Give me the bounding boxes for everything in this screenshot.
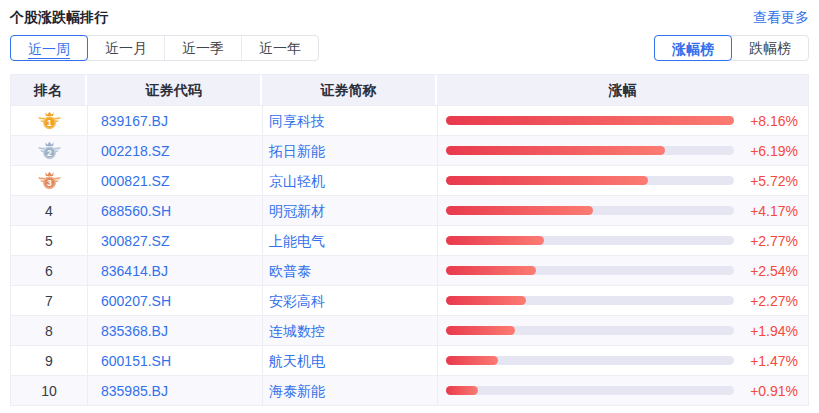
stock-name[interactable]: 京山轻机 bbox=[262, 166, 437, 195]
change-bar-fill bbox=[446, 236, 544, 245]
change-bar-fill bbox=[446, 326, 515, 335]
header-change: 涨幅 bbox=[437, 75, 808, 105]
stock-code[interactable]: 836414.BJ bbox=[87, 256, 262, 285]
stock-name[interactable]: 海泰新能 bbox=[262, 376, 437, 405]
change-bar-track bbox=[446, 206, 734, 215]
change-bar-fill bbox=[446, 146, 665, 155]
tab-period-quarter[interactable]: 近一季 bbox=[164, 36, 241, 60]
header-rank: 排名 bbox=[11, 75, 87, 105]
rank-number: 7 bbox=[45, 293, 53, 309]
rank-number: 10 bbox=[41, 383, 57, 399]
period-tab-group: 近一周 近一月 近一季 近一年 bbox=[10, 35, 319, 61]
rank-medal-icon: 1 bbox=[37, 111, 62, 131]
ranking-widget: 个股涨跌幅排行 查看更多 近一周 近一月 近一季 近一年 涨幅榜 跌幅榜 排名 … bbox=[0, 0, 819, 406]
change-percent: +2.54% bbox=[736, 256, 798, 285]
change-bar-track bbox=[446, 296, 734, 305]
rank-number: 8 bbox=[45, 323, 53, 339]
change-bar-track bbox=[446, 386, 734, 395]
change-bar-track bbox=[446, 356, 734, 365]
stock-code[interactable]: 600207.SH bbox=[87, 286, 262, 315]
tab-period-month[interactable]: 近一月 bbox=[87, 36, 164, 60]
svg-text:2: 2 bbox=[47, 148, 52, 158]
table-row[interactable]: 3 000821.SZ 京山轻机 +5.72% bbox=[11, 165, 808, 195]
svg-text:3: 3 bbox=[47, 178, 52, 188]
stock-code[interactable]: 002218.SZ bbox=[87, 136, 262, 165]
stock-name[interactable]: 明冠新材 bbox=[262, 196, 437, 225]
stock-name[interactable]: 拓日新能 bbox=[262, 136, 437, 165]
table-row[interactable]: 6 836414.BJ 欧普泰 +2.54% bbox=[11, 255, 808, 285]
page-title: 个股涨跌幅排行 bbox=[10, 9, 108, 27]
change-bar-fill bbox=[446, 386, 478, 395]
change-percent: +5.72% bbox=[736, 166, 798, 195]
rank-number: 6 bbox=[45, 263, 53, 279]
tab-period-week[interactable]: 近一周 bbox=[10, 35, 88, 61]
change-percent: +2.77% bbox=[736, 226, 798, 255]
change-bar-fill bbox=[446, 116, 734, 125]
table-row[interactable]: 4 688560.SH 明冠新材 +4.17% bbox=[11, 195, 808, 225]
change-bar-fill bbox=[446, 296, 526, 305]
change-bar-track bbox=[446, 146, 734, 155]
rank-number: 9 bbox=[45, 353, 53, 369]
stock-name[interactable]: 上能电气 bbox=[262, 226, 437, 255]
table-row[interactable]: 1 839167.BJ 同享科技 +8.16% bbox=[11, 105, 808, 135]
header-name: 证券简称 bbox=[262, 75, 437, 105]
stock-name[interactable]: 航天机电 bbox=[262, 346, 437, 375]
table-row[interactable]: 5 300827.SZ 上能电气 +2.77% bbox=[11, 225, 808, 255]
table-body: 1 839167.BJ 同享科技 +8.16% 2 002218.SZ 拓日新能 bbox=[11, 105, 808, 405]
stock-code[interactable]: 839167.BJ bbox=[87, 106, 262, 135]
header-code: 证券代码 bbox=[87, 75, 262, 105]
stock-code[interactable]: 688560.SH bbox=[87, 196, 262, 225]
stock-name[interactable]: 同享科技 bbox=[262, 106, 437, 135]
tab-period-year[interactable]: 近一年 bbox=[241, 36, 318, 60]
change-bar-track bbox=[446, 236, 734, 245]
change-bar-fill bbox=[446, 206, 593, 215]
table-row[interactable]: 2 002218.SZ 拓日新能 +6.19% bbox=[11, 135, 808, 165]
change-percent: +1.47% bbox=[736, 346, 798, 375]
stock-name[interactable]: 连城数控 bbox=[262, 316, 437, 345]
rank-number: 5 bbox=[45, 233, 53, 249]
change-bar-fill bbox=[446, 176, 648, 185]
table-row[interactable]: 8 835368.BJ 连城数控 +1.94% bbox=[11, 315, 808, 345]
stock-code[interactable]: 835985.BJ bbox=[87, 376, 262, 405]
change-percent: +0.91% bbox=[736, 376, 798, 405]
change-percent: +6.19% bbox=[736, 136, 798, 165]
change-bar-track bbox=[446, 326, 734, 335]
change-bar-fill bbox=[446, 356, 498, 365]
board-tab-group: 涨幅榜 跌幅榜 bbox=[654, 35, 809, 61]
change-percent: +2.27% bbox=[736, 286, 798, 315]
rank-medal-icon: 2 bbox=[37, 141, 62, 161]
change-percent: +1.94% bbox=[736, 316, 798, 345]
ranking-table: 排名 证券代码 证券简称 涨幅 1 839167.BJ 同享科技 +8.16% bbox=[10, 74, 809, 406]
stock-code[interactable]: 300827.SZ bbox=[87, 226, 262, 255]
svg-text:1: 1 bbox=[47, 118, 52, 128]
stock-code[interactable]: 600151.SH bbox=[87, 346, 262, 375]
change-bar-track bbox=[446, 266, 734, 275]
stock-name[interactable]: 欧普泰 bbox=[262, 256, 437, 285]
change-bar-track bbox=[446, 176, 734, 185]
stock-code[interactable]: 835368.BJ bbox=[87, 316, 262, 345]
change-bar-track bbox=[446, 116, 734, 125]
stock-code[interactable]: 000821.SZ bbox=[87, 166, 262, 195]
view-more-link[interactable]: 查看更多 bbox=[753, 9, 809, 27]
change-percent: +8.16% bbox=[736, 106, 798, 135]
rank-number: 4 bbox=[45, 203, 53, 219]
table-row[interactable]: 10 835985.BJ 海泰新能 +0.91% bbox=[11, 375, 808, 405]
table-row[interactable]: 7 600207.SH 安彩高科 +2.27% bbox=[11, 285, 808, 315]
rank-medal-icon: 3 bbox=[37, 171, 62, 191]
stock-name[interactable]: 安彩高科 bbox=[262, 286, 437, 315]
change-bar-fill bbox=[446, 266, 536, 275]
table-row[interactable]: 9 600151.SH 航天机电 +1.47% bbox=[11, 345, 808, 375]
tab-gainers[interactable]: 涨幅榜 bbox=[654, 35, 732, 61]
table-header: 排名 证券代码 证券简称 涨幅 bbox=[11, 75, 808, 105]
change-percent: +4.17% bbox=[736, 196, 798, 225]
tab-losers[interactable]: 跌幅榜 bbox=[731, 36, 808, 60]
